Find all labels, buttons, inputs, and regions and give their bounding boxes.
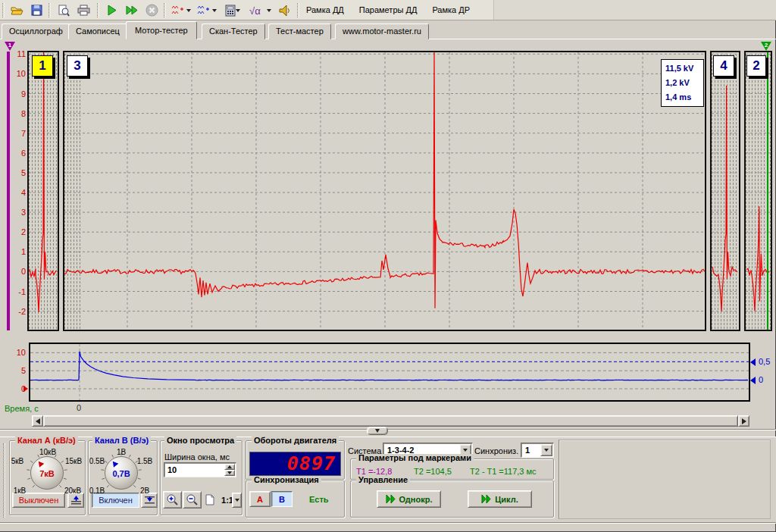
run-single-button[interactable]: Однокр. xyxy=(377,490,441,508)
menu-bar: Рамка ДДПараметры ДДРамка ДР xyxy=(306,5,485,15)
scroll-right-button[interactable] xyxy=(738,415,749,427)
channel-a-power-label: Выключен xyxy=(19,496,59,505)
channel-a-wave-button[interactable] xyxy=(170,2,192,19)
sync-title: Синхронизация xyxy=(252,476,321,484)
window-width-label: Ширина окна, мс xyxy=(164,452,230,462)
save-button[interactable] xyxy=(27,2,45,19)
collapse-panel-button[interactable] xyxy=(367,427,388,435)
cylinder-chip-1[interactable]: 1 xyxy=(32,55,53,77)
menu-item[interactable]: Рамка ДР xyxy=(432,5,470,15)
time-scrollbar[interactable] xyxy=(32,415,749,427)
sync-channel-b-button[interactable]: В xyxy=(271,491,293,507)
sync-select-dropdown-button[interactable] xyxy=(540,444,552,456)
sound-button[interactable] xyxy=(276,2,294,19)
rpm-display: 0897 xyxy=(249,452,341,476)
knob-b-scale-label: 0.5В xyxy=(86,457,108,465)
channel-b-power-label: Включен xyxy=(99,496,133,505)
trace-position-down-icon xyxy=(144,496,155,505)
tab-4[interactable]: Скан-Тестер xyxy=(202,23,265,39)
menu-item[interactable]: Параметры ДД xyxy=(359,5,418,15)
channel-b-title: Канал В (В/э) xyxy=(92,437,151,445)
blue-waveform-icon xyxy=(197,5,212,16)
spin-down-icon xyxy=(227,471,232,474)
trace-position-up-icon xyxy=(70,496,82,505)
channel-a-position-button[interactable] xyxy=(67,493,84,508)
scrollbar-thumb[interactable] xyxy=(43,415,738,427)
stop-button[interactable] xyxy=(142,2,161,19)
rpm-title: Обороты двигателя xyxy=(252,437,339,445)
overview-y-tick-label: 10 xyxy=(11,348,26,357)
waveform-cyl1 xyxy=(29,52,58,330)
run-cycle-button-2[interactable]: Цикл. xyxy=(468,490,532,508)
marker-line-green[interactable] xyxy=(767,52,768,330)
dropdown-caret-icon xyxy=(267,9,271,12)
channel-a-value: 7кВ xyxy=(30,469,64,478)
run-title: Управление xyxy=(356,476,410,484)
spare-panel xyxy=(559,440,771,519)
marker-t2-value: T2 =104,5 xyxy=(414,467,452,476)
channel-b-power-button[interactable]: Включен xyxy=(92,493,139,508)
print-button[interactable] xyxy=(74,2,92,19)
baseline-marker-icon[interactable] xyxy=(750,377,756,384)
channel-a-power-button[interactable]: Выключен xyxy=(12,493,65,508)
open-folder-icon xyxy=(11,5,23,16)
cylinder-chip-3[interactable]: 3 xyxy=(67,55,88,77)
formula-button[interactable]: √α xyxy=(247,2,273,19)
knob-a-scale-label: 5кВ xyxy=(6,457,29,465)
tab-3[interactable]: Мотор-тестер xyxy=(126,21,197,39)
dropdown-caret-icon xyxy=(463,449,468,452)
zoom-out-button[interactable] xyxy=(183,491,202,509)
time-axis-label: Время, с xyxy=(5,404,39,413)
channel-b-wave-button[interactable] xyxy=(196,2,218,19)
sync-select-combobox[interactable]: 1 xyxy=(521,443,554,458)
threshold-value-label: 0,5 xyxy=(759,357,770,366)
tab-6[interactable]: www.motor-master.ru xyxy=(335,23,429,39)
calculator-button[interactable] xyxy=(221,2,244,19)
menu-item[interactable]: Рамка ДД xyxy=(306,5,344,15)
info-kv-peak: 11,5 kV xyxy=(665,61,703,76)
panel-grip[interactable] xyxy=(3,443,5,518)
sync-status: Есть xyxy=(309,495,329,504)
run-button[interactable] xyxy=(103,2,121,19)
dropdown-caret-icon xyxy=(544,449,549,452)
tab-1[interactable]: Осциллограф xyxy=(2,23,70,39)
zoom-ratio-dropdown-button[interactable] xyxy=(232,493,242,508)
knob-a-scale-label: 1кВ xyxy=(9,487,30,495)
zoom-out-icon xyxy=(186,493,199,506)
y-tick-label: 5 xyxy=(6,168,26,177)
print-preview-button[interactable] xyxy=(55,2,73,19)
marker-params-title: Параметры под маркерами xyxy=(356,454,474,462)
sync-b-label: В xyxy=(279,495,285,504)
zoom-in-button[interactable] xyxy=(163,491,182,509)
sync-a-label: А xyxy=(257,495,263,504)
toolbar-grip[interactable] xyxy=(2,3,5,17)
scroll-left-button[interactable] xyxy=(32,415,43,427)
open-button[interactable] xyxy=(8,2,26,19)
print-preview-icon xyxy=(58,5,70,17)
view-window-title: Окно просмотра xyxy=(164,437,236,445)
spin-up-button[interactable] xyxy=(224,464,235,470)
spin-down-button[interactable] xyxy=(224,470,235,476)
speaker-icon xyxy=(279,5,291,17)
channel-b-position-button[interactable] xyxy=(141,493,158,508)
overview-zero-arrow-icon xyxy=(23,386,28,392)
time-zero-label: 0 xyxy=(77,403,81,412)
sync-select-value: 1 xyxy=(525,446,530,455)
run-cycle-icon xyxy=(481,495,491,503)
cylinder-chip-2[interactable]: 2 xyxy=(746,55,766,77)
y-tick-label: 4 xyxy=(6,188,26,197)
tab-5[interactable]: Тест-мастер xyxy=(268,23,331,39)
threshold-marker-icon[interactable] xyxy=(750,358,756,366)
calculator-icon xyxy=(225,5,236,17)
marker-flag-2[interactable]: 2 xyxy=(761,42,771,51)
window-width-spinbox[interactable]: 10 xyxy=(164,462,236,477)
new-view-button[interactable] xyxy=(202,491,217,509)
knob-b-scale-label: 1В xyxy=(109,448,133,456)
run-cycle-button[interactable] xyxy=(123,2,141,19)
measurement-info-box: 11,5 kV 1,2 kV 1,4 ms xyxy=(661,59,704,107)
knob-b-scale-label: 1.5В xyxy=(133,457,156,465)
cylinder-chip-4[interactable]: 4 xyxy=(713,55,734,77)
sync-channel-a-button[interactable]: А xyxy=(249,491,271,507)
tab-2[interactable]: Самописец xyxy=(68,23,127,39)
run-cycle-label: Цикл. xyxy=(495,495,518,504)
